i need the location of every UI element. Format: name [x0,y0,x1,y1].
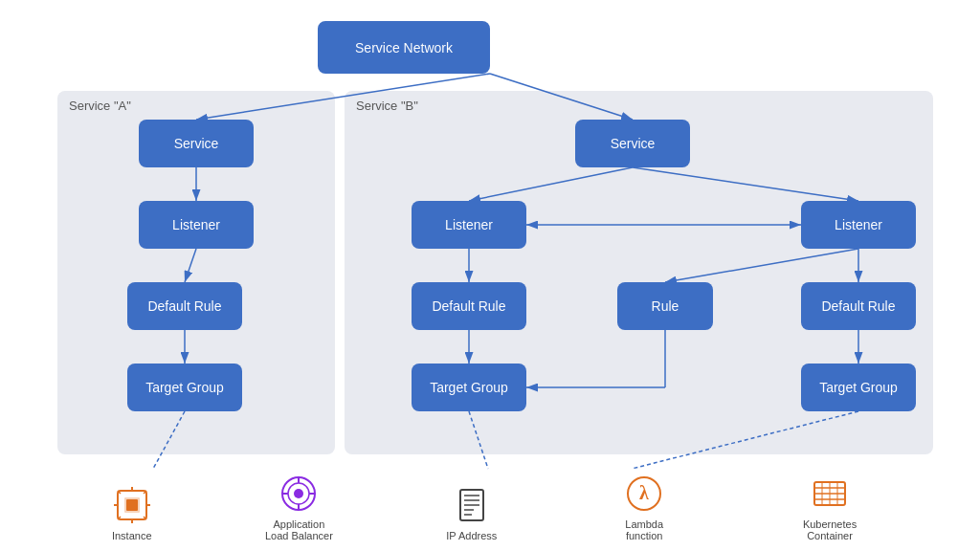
k8s-icon-item: Kubernetes Container [791,474,868,541]
alb-label: Application Load Balancer [260,518,337,541]
diagram-container: Service "A" Service "B" Service Network … [0,0,980,551]
lambda-label: Lambda function [606,518,682,541]
ip-label: IP Address [446,530,497,541]
target-group-b1-box: Target Group [412,364,526,411]
target-group-a-box: Target Group [127,364,242,411]
instance-label: Instance [112,530,152,541]
target-group-b2-box: Target Group [801,364,916,411]
ip-icon-item: IP Address [446,486,497,541]
rule-b-box: Rule [617,282,713,330]
listener-b1-box: Listener [412,201,526,249]
svg-text:λ: λ [639,482,649,503]
alb-icon [279,474,318,513]
svg-rect-22 [126,499,138,511]
lambda-icon: λ [625,474,663,513]
listener-a-box: Listener [139,201,254,249]
service-network-box: Service Network [318,21,490,74]
icons-row: Instance Application Load Balancer [57,474,923,541]
k8s-label: Kubernetes Container [791,518,868,541]
alb-icon-item: Application Load Balancer [260,474,337,541]
service-a-box: Service [139,120,254,167]
listener-b2-box: Listener [801,201,916,249]
ip-icon [453,486,491,524]
panel-b-label: Service "B" [356,99,418,113]
default-rule-b2-box: Default Rule [801,282,916,330]
svg-point-33 [294,489,303,498]
default-rule-b1-box: Default Rule [412,282,526,330]
instance-icon-item: Instance [112,486,152,541]
k8s-icon [811,474,849,513]
panel-a-label: Service "A" [69,99,131,113]
instance-icon [113,486,151,524]
service-b-box: Service [575,120,690,167]
default-rule-a-box: Default Rule [127,282,242,330]
lambda-icon-item: λ Lambda function [606,474,682,541]
